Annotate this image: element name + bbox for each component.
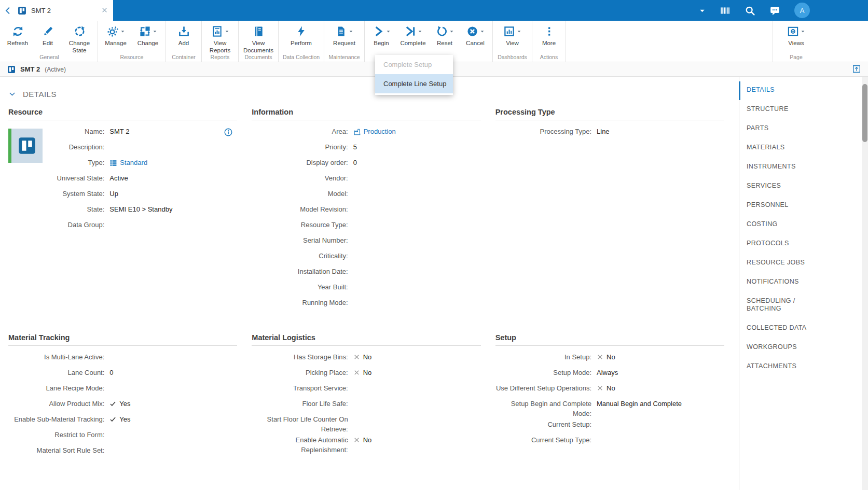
topbar-caret-button[interactable] [699,7,706,14]
view-documents-button[interactable]: View Documents [240,24,277,54]
nav-item-costing[interactable]: COSTING [747,220,824,228]
field-label: Installation Date: [252,266,348,277]
nav-item-collected-data[interactable]: COLLECTED DATA [747,324,824,332]
eye-views-icon [787,25,799,37]
field-row: Enable Sub-Material Tracking: Yes [8,414,237,429]
field-label: Restrict to Form: [8,429,104,440]
nav-item-protocols[interactable]: PROTOCOLS [747,240,824,247]
menu-item-complete-line-setup[interactable]: Complete Line Setup [375,74,453,93]
field-label: Enable Automatic Replenishment: [252,435,348,455]
panel-setup: Setup In Setup: No Setup Mode:Always Use… [495,333,724,460]
field-label: Setup Begin and Complete Mode: [495,398,591,419]
arrow-up-box-icon [852,65,861,73]
field-label: Picking Place: [252,367,348,378]
caret-down-icon [153,29,157,34]
field-value: No [607,353,615,362]
nav-item-services[interactable]: SERVICES [747,182,824,190]
field-row: Name:SMT 2 [8,126,237,142]
add-container-button[interactable]: Add [168,24,200,47]
field-row: Display order:0 [252,157,480,173]
field-row: Transport Service: [252,383,480,398]
refresh-icon [12,25,24,37]
field-label: Enable Sub-Material Tracking: [8,414,104,425]
request-button[interactable]: Request [328,24,361,47]
panel-processing-type: Processing Type Processing Type:Line [495,108,724,313]
type-link[interactable]: Standard [109,158,147,168]
tab-smt2[interactable]: SMT 2 [16,0,113,21]
tab-close-button[interactable] [101,7,108,14]
panel-resource: Resource Name:SMT 2 Description: Type: S… [8,108,237,313]
check-icon [109,400,116,407]
field-label: Floor Life Safe: [252,398,348,409]
field-value [104,445,237,446]
field-row: Setup Mode:Always [495,367,724,383]
field-row: Installation Date: [252,266,480,282]
field-row: Running Mode: [252,297,480,313]
ribbon-group-documents: View Documents Documents [239,21,279,62]
panel-title: Material Logistics [252,333,480,346]
nav-item-personnel[interactable]: PERSONNEL [747,201,824,209]
vertical-scrollbar[interactable] [862,77,868,490]
complete-button[interactable]: Complete [396,24,430,47]
edit-button[interactable]: Edit [33,24,63,47]
view-reports-button[interactable]: View Reports [203,24,237,54]
change-state-icon [74,25,86,37]
field-row: Type: Standard [8,157,237,173]
cancel-button[interactable]: Cancel [460,24,491,47]
pencil-icon [42,25,54,37]
change-button[interactable]: Change [132,24,164,47]
panel-title: Processing Type [495,108,724,120]
field-label: Current Setup: [495,419,591,430]
cross-icon [597,385,603,391]
field-row: Vendor: [252,173,480,188]
nav-item-parts[interactable]: PARTS [747,124,824,132]
field-label: Has Storage Bins: [252,352,348,362]
reset-button[interactable]: Reset [430,24,460,47]
begin-button[interactable]: Begin [366,24,396,47]
nav-item-structure[interactable]: STRUCTURE [747,105,824,113]
view-dashboards-button[interactable]: View [497,24,528,47]
field-row: Data Group: [8,219,237,235]
group-label-data-collection: Data Collection [279,54,324,60]
nav-item-details[interactable]: DETAILS [747,86,824,94]
perform-button[interactable]: Perform [286,24,317,47]
field-row: Priority:5 [252,142,480,157]
nav-item-materials[interactable]: MATERIALS [747,144,824,151]
nav-item-resource-jobs[interactable]: RESOURCE JOBS [747,259,824,267]
complete-chevron-bar-icon [404,25,416,37]
info-button[interactable] [224,128,233,137]
field-row: Year Built: [252,282,480,297]
field-label: Running Mode: [252,297,348,308]
field-row: Setup Begin and Complete Mode:Manual Beg… [495,398,724,419]
collapse-header-button[interactable] [852,65,861,74]
field-value [348,173,481,174]
views-button[interactable]: Views [781,24,812,47]
search-button[interactable] [745,5,755,16]
avatar[interactable]: A [794,3,810,18]
nav-item-notifications[interactable]: NOTIFICATIONS [747,278,824,286]
field-row: Restrict to Form: [8,429,237,445]
field-value: SMT 2 [104,126,237,137]
refresh-button[interactable]: Refresh [3,24,33,47]
area-link[interactable]: Production [353,127,396,137]
caret-down-icon [225,29,229,34]
scrollbar-thumb[interactable] [862,84,867,142]
panel-title: Information [252,108,480,120]
resource-board-icon [7,65,16,74]
change-state-button[interactable]: Change State [63,24,96,54]
back-button[interactable] [0,0,16,21]
nav-item-instruments[interactable]: INSTRUMENTS [747,163,824,171]
field-value: No [363,436,372,445]
field-value: No [363,368,372,378]
more-button[interactable]: More [534,24,564,47]
details-section-toggle[interactable]: DETAILS [8,88,739,100]
field-row: Enable Automatic Replenishment: No [252,435,480,455]
nav-item-workgroups[interactable]: WORKGROUPS [747,343,824,351]
barcode-button[interactable] [720,5,731,16]
field-label: Vendor: [252,173,348,184]
section-nav: DETAILS STRUCTURE PARTS MATERIALS INSTRU… [739,77,862,490]
nav-item-attachments[interactable]: ATTACHMENTS [747,362,824,370]
nav-item-scheduling-batching[interactable]: SCHEDULING / BATCHING [747,297,824,313]
manage-button[interactable]: Manage [100,24,132,47]
chat-button[interactable] [769,5,780,16]
